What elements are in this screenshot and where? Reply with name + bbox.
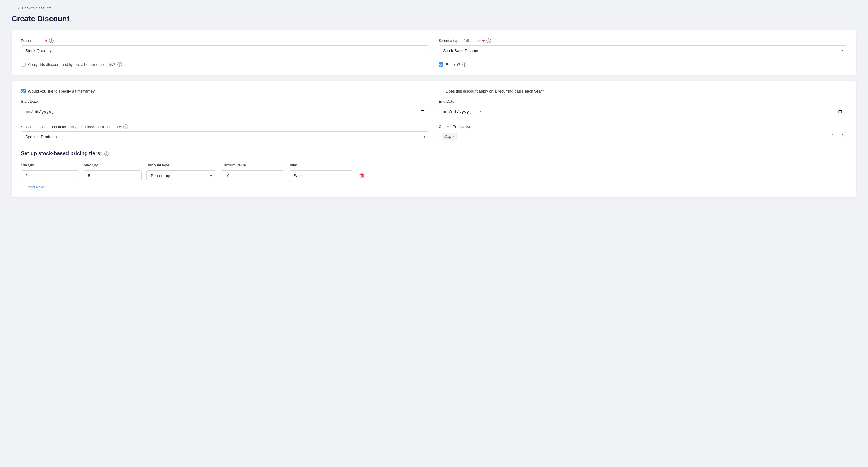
ignore-discounts-text: Apply this discount and ignore all other… <box>28 62 115 67</box>
back-link-label: ← Back to discounts <box>17 6 52 10</box>
end-date-group: End Date <box>439 99 847 118</box>
tiers-info-icon[interactable]: i <box>104 152 109 156</box>
tier-discount-type-select[interactable]: Percentage Fixed Amount <box>146 170 216 181</box>
tier-minqty-header: Min Qty <box>21 163 79 167</box>
product-clear-button[interactable]: × <box>830 131 836 137</box>
product-tag-name: Cap <box>444 134 452 139</box>
timeframe-label[interactable]: Would you like to specify a timeframe? <box>21 89 95 93</box>
discount-title-info-icon[interactable]: i <box>49 38 54 43</box>
tier-minqty-input[interactable] <box>21 170 79 181</box>
ignore-discounts-info-icon[interactable]: i <box>117 62 122 67</box>
required-indicator-2 <box>483 40 485 42</box>
discount-type-label: Select a type of discount: i <box>439 38 847 43</box>
trash-icon <box>359 173 365 179</box>
add-new-label: + Add New <box>25 185 44 189</box>
ignore-discounts-checkbox[interactable] <box>21 62 26 67</box>
enable-checkbox[interactable] <box>439 62 443 67</box>
product-selector[interactable]: Cap × × ▾ <box>439 131 847 142</box>
choose-products-label: Choose Product(s) <box>439 125 847 129</box>
product-option-info-icon[interactable]: i <box>123 125 128 129</box>
product-option-select-wrapper: Specific Products All Products Product C… <box>21 131 429 142</box>
timeframe-products-card: Would you like to specify a timeframe? D… <box>11 80 857 197</box>
ignore-discounts-label[interactable]: Apply this discount and ignore all other… <box>21 62 122 67</box>
product-tag-cap: Cap × <box>442 133 457 140</box>
add-new-tier-button[interactable]: + + Add New <box>21 185 44 189</box>
product-option-label: Select a discount option for applying to… <box>21 125 429 129</box>
required-indicator <box>45 40 47 42</box>
discount-type-info-icon[interactable]: i <box>486 38 491 43</box>
recurring-checkbox[interactable] <box>439 89 443 93</box>
tier-maxqty-header: Max Qty <box>84 163 142 167</box>
start-date-input[interactable] <box>21 106 429 118</box>
product-divider <box>838 131 838 137</box>
timeframe-row: Would you like to specify a timeframe? <box>21 89 429 93</box>
product-option-select[interactable]: Specific Products All Products Product C… <box>21 131 429 142</box>
tier-discount-value-input[interactable] <box>221 170 284 181</box>
product-tags-area: Cap × <box>439 131 827 141</box>
discount-title-group: Discount title: i <box>21 38 429 56</box>
back-arrow-icon: ← <box>11 6 16 10</box>
start-date-label: Start Date <box>21 99 429 104</box>
recurring-label[interactable]: Does this discount apply on a recurring … <box>439 89 544 93</box>
enable-info-icon[interactable]: i <box>462 62 467 67</box>
timeframe-text: Would you like to specify a timeframe? <box>28 89 95 93</box>
recurring-text: Does this discount apply on a recurring … <box>445 89 544 93</box>
enable-row: Enable? i <box>439 62 847 67</box>
add-new-icon: + <box>21 185 23 189</box>
page-title: Create Discount <box>11 14 857 23</box>
discount-type-select[interactable]: Stock Base Discount Percentage Discount … <box>439 45 847 56</box>
product-dropdown-button[interactable]: ▾ <box>840 132 844 137</box>
end-date-label: End Date <box>439 99 847 104</box>
tier-title-input[interactable] <box>289 170 353 181</box>
tier-delete-button[interactable] <box>358 172 366 180</box>
product-option-group: Select a discount option for applying to… <box>21 125 429 142</box>
discount-title-label: Discount title: i <box>21 38 429 43</box>
tiers-heading-text: Set up stock-based pricing tiers: <box>21 151 102 157</box>
discount-basics-card: Discount title: i Select a type of disco… <box>11 30 857 75</box>
tier-discount-type-wrapper: Percentage Fixed Amount ▾ <box>146 170 216 181</box>
tier-maxqty-input[interactable] <box>84 170 142 181</box>
tier-headers: Min Qty Max Qty Discount type: Discount … <box>21 163 847 167</box>
enable-text: Enable? <box>445 62 460 67</box>
product-actions: × ▾ <box>827 131 847 137</box>
discount-type-select-wrapper: Stock Base Discount Percentage Discount … <box>439 45 847 56</box>
tier-action-header <box>358 163 369 167</box>
enable-label[interactable]: Enable? i <box>439 62 467 67</box>
tiers-heading: Set up stock-based pricing tiers: i <box>21 151 847 157</box>
end-date-input[interactable] <box>439 106 847 118</box>
product-tag-remove[interactable]: × <box>453 135 455 138</box>
discount-type-group: Select a type of discount: i Stock Base … <box>439 38 847 56</box>
discount-title-input[interactable] <box>21 45 429 56</box>
tier-title-header: Title: <box>289 163 353 167</box>
tier-discount-type-header: Discount type: <box>146 163 216 167</box>
start-date-group: Start Date <box>21 99 429 118</box>
ignore-discounts-row: Apply this discount and ignore all other… <box>21 62 429 67</box>
choose-products-group: Choose Product(s) Cap × × ▾ <box>439 125 847 142</box>
recurring-row: Does this discount apply on a recurring … <box>439 89 847 93</box>
timeframe-checkbox[interactable] <box>21 89 26 93</box>
back-link[interactable]: ← ← Back to discounts <box>11 6 857 10</box>
tier-discount-value-header: Discount Value: <box>221 163 284 167</box>
tier-row: Percentage Fixed Amount ▾ <box>21 170 847 181</box>
